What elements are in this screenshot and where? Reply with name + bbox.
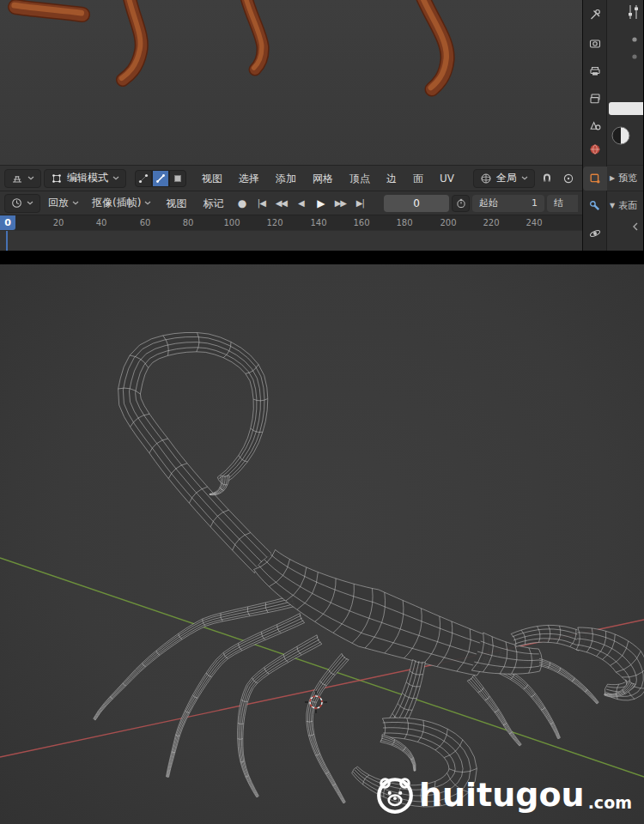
chevron-down-icon bbox=[27, 176, 34, 180]
face-select-button[interactable] bbox=[169, 170, 186, 187]
playhead-line[interactable] bbox=[6, 231, 8, 251]
tool-icon bbox=[588, 8, 602, 21]
editor-3d-viewport-icon bbox=[11, 173, 23, 185]
color-field[interactable] bbox=[609, 102, 643, 115]
current-frame-field[interactable]: 0 bbox=[384, 195, 449, 212]
world-globe-icon bbox=[588, 142, 602, 156]
watermark-suffix: .com bbox=[588, 793, 632, 815]
panel-header-preview[interactable]: ▶ 预览 bbox=[610, 172, 637, 185]
keying-menu[interactable]: 抠像(插帧) bbox=[87, 194, 156, 213]
object-square-icon bbox=[588, 172, 602, 185]
tab-world[interactable] bbox=[583, 137, 607, 161]
render-icon bbox=[588, 37, 602, 51]
chevron-down-icon bbox=[521, 176, 528, 180]
blender-app: 编辑模式 视图 选择 添加 网格 bbox=[0, 0, 644, 824]
menu-view[interactable]: 视图 bbox=[195, 167, 229, 190]
timeline-markers-menu[interactable]: 标记 bbox=[196, 192, 230, 215]
chevron-down-icon bbox=[72, 201, 79, 205]
proportional-edit-button[interactable] bbox=[559, 169, 578, 188]
editor-column: 编辑模式 视图 选择 添加 网格 bbox=[0, 0, 583, 251]
dot-icon bbox=[631, 36, 638, 43]
start-value: 1 bbox=[532, 197, 538, 209]
mode-label: 编辑模式 bbox=[67, 171, 108, 185]
panel-label: 表面 bbox=[618, 199, 637, 212]
viewport-3d-wireframe[interactable]: huitugou .com bbox=[0, 264, 644, 824]
play-reverse-button[interactable]: ◀ bbox=[292, 195, 309, 212]
menu-add[interactable]: 添加 bbox=[269, 167, 303, 190]
start-label: 起始 bbox=[479, 197, 498, 209]
menu-edge[interactable]: 边 bbox=[380, 167, 404, 190]
timeline-header: 回放 抠像(插帧) 视图 标记 ● |◀ ◀◀ ◀ ▶ ▶▶ ▶| 0 bbox=[0, 191, 582, 215]
stopwatch-icon bbox=[456, 198, 466, 209]
panel-label: 预览 bbox=[618, 172, 637, 185]
global-orientation-icon bbox=[480, 173, 492, 185]
tab-render[interactable] bbox=[583, 32, 607, 56]
select-mode-group bbox=[135, 170, 186, 187]
tab-output[interactable] bbox=[583, 59, 607, 83]
dot-icon bbox=[631, 53, 638, 60]
ruler-tick: 80 bbox=[183, 218, 194, 227]
ruler-tick: 200 bbox=[440, 218, 456, 227]
tab-physics[interactable] bbox=[583, 221, 607, 245]
physics-orbit-icon bbox=[588, 227, 602, 240]
watermark: huitugou .com bbox=[374, 774, 632, 815]
auto-keyframe-button[interactable]: ● bbox=[233, 195, 250, 212]
transform-orientation-dropdown[interactable]: 全局 bbox=[473, 169, 535, 188]
tab-object[interactable] bbox=[583, 167, 607, 191]
next-keyframe-button[interactable]: ▶▶ bbox=[331, 195, 349, 212]
clock-icon bbox=[11, 197, 22, 209]
preview-range-button[interactable] bbox=[452, 195, 470, 212]
menu-face[interactable]: 面 bbox=[406, 167, 430, 190]
menu-select[interactable]: 选择 bbox=[232, 167, 266, 190]
watermark-text: huitugou bbox=[419, 776, 585, 814]
collapsed-arrow-icon: ▶ bbox=[610, 174, 615, 182]
proportional-edit-icon bbox=[562, 173, 574, 185]
ruler-tick: 100 bbox=[223, 218, 240, 227]
printer-icon bbox=[588, 64, 602, 78]
tab-modifiers[interactable] bbox=[583, 194, 607, 218]
playback-menu[interactable]: 回放 bbox=[43, 194, 84, 213]
mode-dropdown[interactable]: 编辑模式 bbox=[44, 169, 126, 188]
playback-label: 回放 bbox=[48, 196, 69, 210]
tab-tool[interactable] bbox=[583, 3, 607, 27]
ruler-tick: 220 bbox=[483, 218, 499, 227]
frame-end-field[interactable]: 结 bbox=[547, 195, 578, 212]
edge-select-button[interactable] bbox=[152, 170, 169, 187]
timeline-editor-type-dropdown[interactable] bbox=[4, 194, 40, 213]
editor-type-dropdown[interactable] bbox=[4, 169, 41, 188]
properties-panel: ▶ 预览 ▼ 表面 bbox=[607, 0, 643, 251]
vertex-select-icon bbox=[137, 173, 149, 185]
chevron-down-icon bbox=[27, 201, 33, 205]
sliders-icon bbox=[626, 3, 641, 21]
tab-scene[interactable] bbox=[583, 114, 607, 138]
scorpion-wireframe-scene bbox=[0, 264, 644, 824]
previous-keyframe-button[interactable]: ◀◀ bbox=[272, 195, 289, 212]
snap-magnet-button[interactable] bbox=[538, 169, 556, 188]
jump-to-start-button[interactable]: |◀ bbox=[252, 195, 270, 212]
edit-mode-icon bbox=[51, 173, 63, 185]
panel-header-surface[interactable]: ▼ 表面 bbox=[610, 199, 637, 212]
properties-editor: ▶ 预览 ▼ 表面 bbox=[583, 0, 643, 251]
menu-mesh[interactable]: 网格 bbox=[306, 167, 340, 190]
ruler-tick: 240 bbox=[526, 218, 542, 227]
vertex-select-button[interactable] bbox=[135, 170, 152, 187]
jump-to-end-button[interactable]: ▶| bbox=[351, 195, 368, 212]
end-label: 结 bbox=[554, 197, 563, 209]
viewport-3d-shaded[interactable] bbox=[0, 0, 582, 165]
timeline-ruler[interactable]: 20 40 60 80 100 120 140 160 180 200 220 … bbox=[0, 215, 582, 230]
face-select-icon bbox=[172, 173, 184, 185]
wrench-icon bbox=[588, 199, 602, 213]
chevron-down-icon bbox=[144, 201, 151, 205]
tab-view-layer[interactable] bbox=[583, 87, 607, 111]
play-button[interactable]: ▶ bbox=[312, 195, 329, 212]
frame-start-field[interactable]: 起始 1 bbox=[472, 195, 544, 212]
material-preview-sphere-icon[interactable] bbox=[611, 125, 631, 146]
menu-vertex[interactable]: 顶点 bbox=[343, 167, 377, 190]
current-frame-indicator[interactable]: 0 bbox=[0, 215, 15, 230]
chevron-left-icon[interactable] bbox=[631, 221, 640, 232]
keying-label: 抠像(插帧) bbox=[92, 196, 141, 210]
menu-uv[interactable]: UV bbox=[433, 167, 461, 190]
timeline-track[interactable] bbox=[0, 230, 582, 251]
ruler-tick: 120 bbox=[266, 218, 283, 227]
timeline-view-menu[interactable]: 视图 bbox=[159, 192, 193, 215]
